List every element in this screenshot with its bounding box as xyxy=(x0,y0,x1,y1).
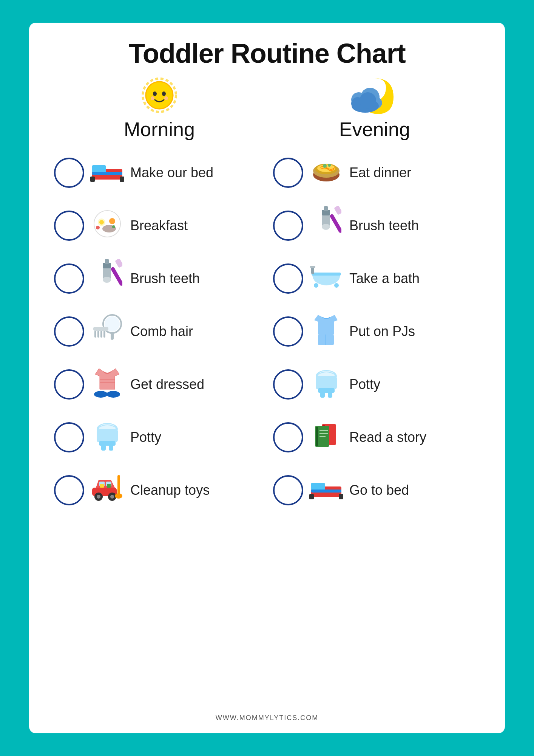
morning-task-checkbox-4[interactable] xyxy=(54,316,84,347)
potty-morning-icon xyxy=(90,418,124,457)
morning-task-checkbox-5[interactable] xyxy=(54,369,84,400)
svg-rect-46 xyxy=(101,445,106,451)
sun-icon xyxy=(137,73,182,118)
evening-task-label-4: Put on PJs xyxy=(349,324,415,339)
section-headers: Morning Evening xyxy=(52,73,482,141)
svg-point-5 xyxy=(164,96,168,100)
svg-rect-29 xyxy=(115,259,122,268)
svg-point-0 xyxy=(146,82,173,109)
task-row: Brush teeth xyxy=(271,201,482,250)
svg-point-75 xyxy=(334,283,339,288)
svg-rect-94 xyxy=(309,494,314,499)
evening-column: Eat dinner Brush teeth xyxy=(271,148,482,710)
morning-task-checkbox-7[interactable] xyxy=(54,475,84,505)
morning-task-label-6: Potty xyxy=(130,429,161,445)
svg-point-41 xyxy=(106,391,120,398)
svg-rect-33 xyxy=(93,327,108,331)
svg-rect-28 xyxy=(110,266,122,287)
cleanup-toys-icon xyxy=(90,473,124,507)
svg-point-54 xyxy=(110,495,114,499)
svg-rect-80 xyxy=(316,376,337,389)
bed-icon xyxy=(90,158,124,188)
svg-rect-69 xyxy=(329,214,341,234)
task-row: Get dressed xyxy=(52,360,263,409)
evening-task-label-7: Go to bed xyxy=(349,482,409,498)
svg-rect-81 xyxy=(318,388,335,393)
svg-point-23 xyxy=(112,225,115,228)
svg-point-19 xyxy=(99,220,104,225)
morning-task-label-5: Get dressed xyxy=(130,376,204,392)
svg-rect-15 xyxy=(90,177,95,182)
svg-rect-44 xyxy=(97,429,118,442)
task-row: Read a story xyxy=(271,413,482,462)
svg-point-68 xyxy=(322,224,330,230)
evening-task-label-2: Brush teeth xyxy=(349,218,419,234)
task-row: Cleanup toys xyxy=(52,466,263,515)
breakfast-icon xyxy=(90,208,124,244)
svg-rect-16 xyxy=(120,177,124,182)
evening-task-checkbox-2[interactable] xyxy=(273,211,303,241)
put-on-pjs-icon xyxy=(309,312,343,352)
read-story-icon xyxy=(309,418,343,456)
svg-rect-87 xyxy=(316,427,318,446)
task-row: Brush teeth xyxy=(52,254,263,303)
task-row: Potty xyxy=(271,360,482,409)
evening-task-checkbox-5[interactable] xyxy=(273,369,303,400)
morning-task-checkbox-6[interactable] xyxy=(54,422,84,452)
morning-task-checkbox-1[interactable] xyxy=(54,158,84,188)
evening-task-checkbox-3[interactable] xyxy=(273,263,303,294)
svg-rect-45 xyxy=(99,441,116,446)
evening-task-label-3: Take a bath xyxy=(349,271,420,287)
potty-evening-icon xyxy=(309,365,343,404)
take-bath-icon xyxy=(309,263,343,294)
svg-rect-83 xyxy=(328,392,332,398)
eat-dinner-icon xyxy=(309,154,343,192)
svg-rect-26 xyxy=(105,259,109,264)
svg-rect-34 xyxy=(94,331,96,338)
svg-rect-58 xyxy=(107,484,111,488)
evening-label: Evening xyxy=(339,118,410,141)
svg-point-11 xyxy=(360,92,376,109)
svg-rect-95 xyxy=(339,494,343,499)
svg-point-3 xyxy=(162,91,166,96)
svg-point-63 xyxy=(323,164,327,168)
morning-task-checkbox-2[interactable] xyxy=(54,211,84,241)
svg-point-17 xyxy=(94,211,120,237)
svg-rect-13 xyxy=(92,165,106,173)
svg-rect-57 xyxy=(100,484,104,488)
evening-task-checkbox-7[interactable] xyxy=(273,475,303,505)
task-row: Go to bed xyxy=(271,466,482,515)
morning-task-checkbox-3[interactable] xyxy=(54,263,84,294)
svg-rect-92 xyxy=(311,483,325,490)
evening-task-label-5: Potty xyxy=(349,376,380,392)
svg-point-52 xyxy=(97,495,100,499)
svg-rect-47 xyxy=(109,445,113,451)
morning-task-label-3: Brush teeth xyxy=(130,271,200,287)
svg-point-4 xyxy=(151,96,154,100)
evening-task-label-6: Read a story xyxy=(349,429,426,445)
svg-point-20 xyxy=(109,218,115,224)
task-row: Take a bath xyxy=(271,254,482,303)
task-row: Make our bed xyxy=(52,148,263,197)
morning-task-label-7: Cleanup toys xyxy=(130,482,210,498)
svg-point-22 xyxy=(96,226,100,229)
svg-point-40 xyxy=(94,391,108,398)
comb-hair-icon xyxy=(90,313,124,350)
page-title: Toddler Routine Chart xyxy=(128,38,406,69)
svg-point-56 xyxy=(115,493,122,499)
evening-task-checkbox-6[interactable] xyxy=(273,422,303,452)
task-row: Comb hair xyxy=(52,307,263,356)
get-dressed-icon xyxy=(90,365,124,404)
svg-rect-82 xyxy=(320,392,325,398)
svg-rect-55 xyxy=(117,475,120,494)
evening-task-checkbox-1[interactable] xyxy=(273,158,303,188)
task-row: Eat dinner xyxy=(271,148,482,197)
task-row: Put on PJs xyxy=(271,307,482,356)
morning-header: Morning xyxy=(124,73,195,141)
evening-task-checkbox-4[interactable] xyxy=(273,316,303,347)
svg-rect-70 xyxy=(334,206,341,215)
svg-rect-36 xyxy=(100,331,102,338)
morning-task-label-2: Breakfast xyxy=(130,218,188,234)
morning-label: Morning xyxy=(124,118,195,141)
moon-icon xyxy=(344,73,405,118)
